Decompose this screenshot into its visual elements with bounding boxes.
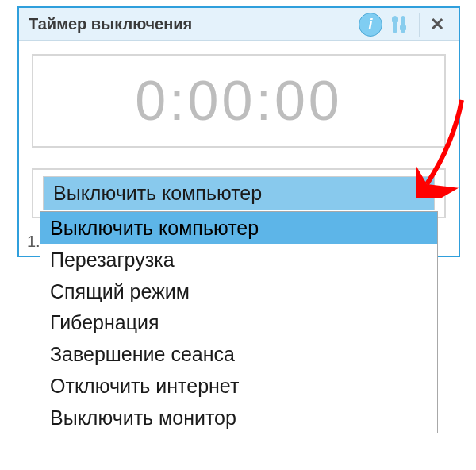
svg-rect-1 <box>401 16 405 33</box>
action-select[interactable]: Выключить компьютер ▾ <box>43 176 435 210</box>
settings-button[interactable] <box>387 13 411 37</box>
window-body: 0:00:00 Выключить компьютер ▾ Выключить … <box>19 41 459 231</box>
timer-value: 0:00:00 <box>135 69 343 133</box>
chevron-down-icon: ▾ <box>420 188 424 199</box>
titlebar: Таймер выключения i ✕ <box>19 8 459 41</box>
wrench-icon <box>390 14 408 35</box>
dropdown-item-disconnect[interactable]: Отключить интернет <box>40 370 437 402</box>
dropdown-item-hibernate[interactable]: Гибернация <box>40 306 437 338</box>
action-select-section: Выключить компьютер ▾ Выключить компьюте… <box>32 168 446 218</box>
dropdown-item-restart[interactable]: Перезагрузка <box>40 244 437 275</box>
action-select-value: Выключить компьютер <box>53 182 262 205</box>
info-button[interactable]: i <box>359 13 382 37</box>
app-window: Таймер выключения i ✕ 0:00:00 Выключить … <box>17 6 460 257</box>
action-dropdown: Выключить компьютер Перезагрузка Спящий … <box>40 211 438 433</box>
dropdown-item-logoff[interactable]: Завершение сеанса <box>40 338 437 370</box>
dropdown-item-shutdown[interactable]: Выключить компьютер <box>40 212 437 244</box>
svg-rect-2 <box>392 17 398 22</box>
dropdown-item-monitor-off[interactable]: Выключить монитор <box>40 402 437 433</box>
close-button[interactable]: ✕ <box>419 13 454 37</box>
timer-display[interactable]: 0:00:00 <box>32 54 446 148</box>
info-icon: i <box>359 13 382 37</box>
window-title: Таймер выключения <box>29 15 355 33</box>
dropdown-item-sleep[interactable]: Спящий режим <box>40 275 437 307</box>
svg-rect-3 <box>400 25 406 30</box>
close-icon: ✕ <box>430 14 444 35</box>
